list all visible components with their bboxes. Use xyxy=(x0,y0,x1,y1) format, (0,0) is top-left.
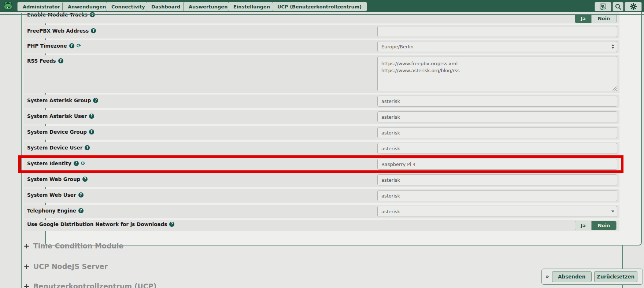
selected-value: asterisk xyxy=(381,209,400,214)
expand-plus-icon: + xyxy=(23,283,30,288)
row-php-timezone: PHP Timezone ? ⟳ Europe/Berlin xyxy=(24,40,619,53)
nav-einstellungen[interactable]: Einstellungen xyxy=(228,2,275,11)
language-button[interactable]: A xyxy=(595,2,611,11)
php-timezone-select[interactable]: Europe/Berlin xyxy=(377,41,617,52)
nav-anwendungen[interactable]: Anwendungen xyxy=(62,2,112,11)
search-button[interactable] xyxy=(612,2,623,11)
setting-label: System Web User xyxy=(27,192,76,198)
help-icon[interactable]: ? xyxy=(69,43,74,48)
expand-plus-icon: + xyxy=(23,242,30,250)
toggle-nein-button[interactable]: Nein xyxy=(591,221,616,230)
row-rss-feeds: RSS Feeds ? https://www.freepbx.org/rss.… xyxy=(24,55,619,93)
updown-arrows-icon xyxy=(611,44,614,49)
setting-label: RSS Feeds xyxy=(27,58,56,64)
row-enable-module-tracks: Enable Module Tracks ? Ja Nein xyxy=(24,10,619,23)
rss-feeds-textarea[interactable]: https://www.freepbx.org/rss.xml https://… xyxy=(377,56,617,91)
setting-label: Telephony Engine xyxy=(27,208,76,214)
refresh-icon[interactable]: ⟳ xyxy=(77,43,81,49)
row-system-device-user: System Device User ? xyxy=(24,142,619,155)
nav-dashboard[interactable]: Dashboard xyxy=(146,2,186,11)
nav-connectivity[interactable]: Connectivity xyxy=(106,2,151,11)
system-asterisk-group-input[interactable] xyxy=(377,96,617,107)
language-icon: A xyxy=(599,3,607,10)
chevron-down-icon xyxy=(611,211,614,213)
reset-button[interactable]: Zurücksetzen xyxy=(594,271,637,282)
setting-label: System Identity xyxy=(27,160,71,166)
submit-button[interactable]: Absenden xyxy=(552,271,592,282)
setting-label: System Device Group xyxy=(27,129,87,135)
action-toolbar: » Absenden Zurücksetzen xyxy=(541,269,643,285)
row-telephony-engine: Telephony Engine ? asterisk xyxy=(24,205,619,218)
row-system-identity: System Identity ? ⟳ xyxy=(24,158,619,171)
row-use-google-cdn: Use Google Distribution Network for js D… xyxy=(24,220,619,231)
toggle-ja-button[interactable]: Ja xyxy=(575,14,591,23)
nav-auswertungen[interactable]: Auswertungen xyxy=(183,2,233,11)
setting-label: Use Google Distribution Network for js D… xyxy=(27,221,167,227)
section-benutzerkontrollzentrum[interactable]: + Benutzerkontrollzentrum (UCP) xyxy=(23,282,156,288)
help-icon[interactable]: ? xyxy=(89,129,94,134)
system-web-group-input[interactable] xyxy=(377,174,617,185)
help-icon[interactable]: ? xyxy=(74,161,79,166)
setting-label: FreePBX Web Address xyxy=(27,28,89,34)
nav-administrator[interactable]: Administrator xyxy=(17,2,66,11)
help-icon[interactable]: ? xyxy=(90,12,95,17)
nav-ucp[interactable]: UCP (Benutzerkontrollzentrum) xyxy=(272,2,367,11)
section-time-condition-module[interactable]: + Time Condition Module xyxy=(23,242,123,250)
row-freepbx-web-address: FreePBX Web Address ? xyxy=(24,25,619,38)
system-asterisk-user-input[interactable] xyxy=(377,111,617,122)
help-icon[interactable]: ? xyxy=(82,177,88,182)
setting-label: System Asterisk User xyxy=(27,113,87,119)
settings-button[interactable] xyxy=(625,2,642,11)
system-web-user-input[interactable] xyxy=(377,190,617,201)
collapse-chevron[interactable]: » xyxy=(545,273,549,280)
toggle-nein-button[interactable]: Nein xyxy=(591,14,616,23)
section-ucp-nodejs-server[interactable]: + UCP NodeJS Server xyxy=(23,262,108,270)
help-icon[interactable]: ? xyxy=(85,145,90,150)
system-device-user-input[interactable] xyxy=(377,143,617,154)
help-icon[interactable]: ? xyxy=(58,58,63,63)
selected-value: Europe/Berlin xyxy=(381,44,414,49)
expand-plus-icon: + xyxy=(23,263,30,270)
help-icon[interactable]: ? xyxy=(78,192,84,197)
row-system-web-user: System Web User ? xyxy=(24,189,619,203)
refresh-icon[interactable]: ⟳ xyxy=(81,161,86,166)
row-system-asterisk-group: System Asterisk Group ? xyxy=(24,95,619,108)
enable-module-tracks-toggle: Ja Nein xyxy=(575,14,617,23)
telephony-engine-select[interactable]: asterisk xyxy=(377,206,617,217)
setting-label: System Web Group xyxy=(27,176,80,182)
use-google-cdn-toggle: Ja Nein xyxy=(575,221,617,230)
system-device-group-input[interactable] xyxy=(377,127,617,138)
row-system-device-group: System Device Group ? xyxy=(24,126,619,140)
setting-label: System Asterisk Group xyxy=(27,97,91,103)
search-icon xyxy=(615,4,621,10)
setting-label: PHP Timezone xyxy=(27,43,67,49)
help-icon[interactable]: ? xyxy=(91,28,96,33)
row-system-web-group: System Web Group ? xyxy=(24,173,619,187)
freepbx-advanced-settings-page: Enable Module Tracks ? Ja Nein FreePBX W… xyxy=(0,0,644,288)
toggle-ja-button[interactable]: Ja xyxy=(575,221,591,230)
row-system-asterisk-user: System Asterisk User ? xyxy=(24,110,619,124)
system-identity-input[interactable] xyxy=(377,159,617,170)
freepbx-frog-logo[interactable] xyxy=(3,1,13,12)
navbar-divider xyxy=(0,14,644,15)
help-icon[interactable]: ? xyxy=(93,98,98,103)
setting-label: Enable Module Tracks xyxy=(27,12,88,18)
setting-label: System Device User xyxy=(27,145,82,151)
help-icon[interactable]: ? xyxy=(169,222,174,227)
freepbx-web-address-input[interactable] xyxy=(377,26,617,37)
settings-gear-icon xyxy=(630,3,637,10)
help-icon[interactable]: ? xyxy=(78,208,84,213)
help-icon[interactable]: ? xyxy=(89,114,94,119)
